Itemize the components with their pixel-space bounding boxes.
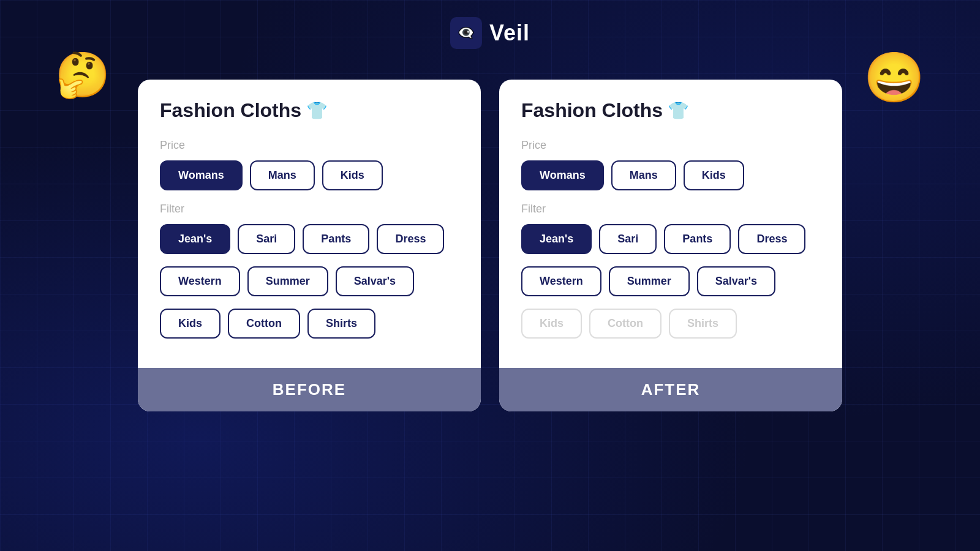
before-filter-label: Filter <box>160 203 459 216</box>
after-filter-summer[interactable]: Summer <box>609 266 690 296</box>
before-filter-western[interactable]: Western <box>160 266 240 296</box>
before-filter-sari[interactable]: Sari <box>238 224 295 254</box>
before-filter-row2: Western Summer Salvar's <box>160 266 459 296</box>
after-filter-row3: Kids Cotton Shirts <box>521 309 820 339</box>
after-panel-title: Fashion Cloths 👕 <box>521 99 820 122</box>
emoji-winking: 😄 <box>864 49 925 107</box>
before-panel-body: Fashion Cloths 👕 Price Womans Mans Kids … <box>138 80 481 368</box>
after-filter-shirts: Shirts <box>669 309 737 339</box>
logo-eye-icon: 👁️‍🗨️ <box>458 25 474 41</box>
after-filter-sari[interactable]: Sari <box>599 224 657 254</box>
after-filter-dress[interactable]: Dress <box>738 224 805 254</box>
after-filter-label: Filter <box>521 203 820 216</box>
after-filter-western[interactable]: Western <box>521 266 601 296</box>
before-footer-label: BEFORE <box>273 380 346 399</box>
after-filter-cotton: Cotton <box>589 309 662 339</box>
after-price-mans[interactable]: Mans <box>611 160 676 190</box>
before-price-buttons: Womans Mans Kids <box>160 160 459 190</box>
after-footer-label: AFTER <box>641 380 701 399</box>
after-filter-kids: Kids <box>521 309 582 339</box>
before-price-label: Price <box>160 139 459 152</box>
before-panel: Fashion Cloths 👕 Price Womans Mans Kids … <box>138 80 481 411</box>
after-filter-section: Filter Jean's Sari Pants Dress Western S… <box>521 203 820 339</box>
before-filter-row1: Jean's Sari Pants Dress <box>160 224 459 254</box>
before-price-womans[interactable]: Womans <box>160 160 243 190</box>
after-filter-pants[interactable]: Pants <box>664 224 731 254</box>
after-filter-row2: Western Summer Salvar's <box>521 266 820 296</box>
logo-text: Veil <box>489 20 530 46</box>
before-filter-summer[interactable]: Summer <box>247 266 328 296</box>
before-filter-jeans[interactable]: Jean's <box>160 224 230 254</box>
after-panel-body: Fashion Cloths 👕 Price Womans Mans Kids … <box>499 80 842 368</box>
before-filter-section: Filter Jean's Sari Pants Dress Western S… <box>160 203 459 339</box>
before-price-kids[interactable]: Kids <box>322 160 383 190</box>
after-filter-jeans[interactable]: Jean's <box>521 224 592 254</box>
logo-icon-box: 👁️‍🗨️ <box>450 17 482 49</box>
after-price-buttons: Womans Mans Kids <box>521 160 820 190</box>
after-price-womans[interactable]: Womans <box>521 160 604 190</box>
header: 👁️‍🗨️ Veil <box>450 17 530 49</box>
before-filter-shirts[interactable]: Shirts <box>307 309 375 339</box>
before-filter-row3: Kids Cotton Shirts <box>160 309 459 339</box>
after-title-emoji: 👕 <box>668 100 689 121</box>
before-filter-salvars[interactable]: Salvar's <box>336 266 414 296</box>
before-filter-cotton[interactable]: Cotton <box>228 309 300 339</box>
before-filter-kids[interactable]: Kids <box>160 309 221 339</box>
before-filter-dress[interactable]: Dress <box>377 224 444 254</box>
after-filter-salvars[interactable]: Salvar's <box>697 266 775 296</box>
after-price-label: Price <box>521 139 820 152</box>
before-panel-footer: BEFORE <box>138 368 481 411</box>
before-price-mans[interactable]: Mans <box>250 160 315 190</box>
after-panel-footer: AFTER <box>499 368 842 411</box>
before-title-emoji: 👕 <box>306 100 328 121</box>
panels-container: Fashion Cloths 👕 Price Womans Mans Kids … <box>138 80 842 411</box>
before-panel-title: Fashion Cloths 👕 <box>160 99 459 122</box>
before-filter-pants[interactable]: Pants <box>303 224 369 254</box>
emoji-thinking: 🤔 <box>55 49 110 101</box>
after-price-kids[interactable]: Kids <box>684 160 744 190</box>
after-panel: Fashion Cloths 👕 Price Womans Mans Kids … <box>499 80 842 411</box>
after-filter-row1: Jean's Sari Pants Dress <box>521 224 820 254</box>
